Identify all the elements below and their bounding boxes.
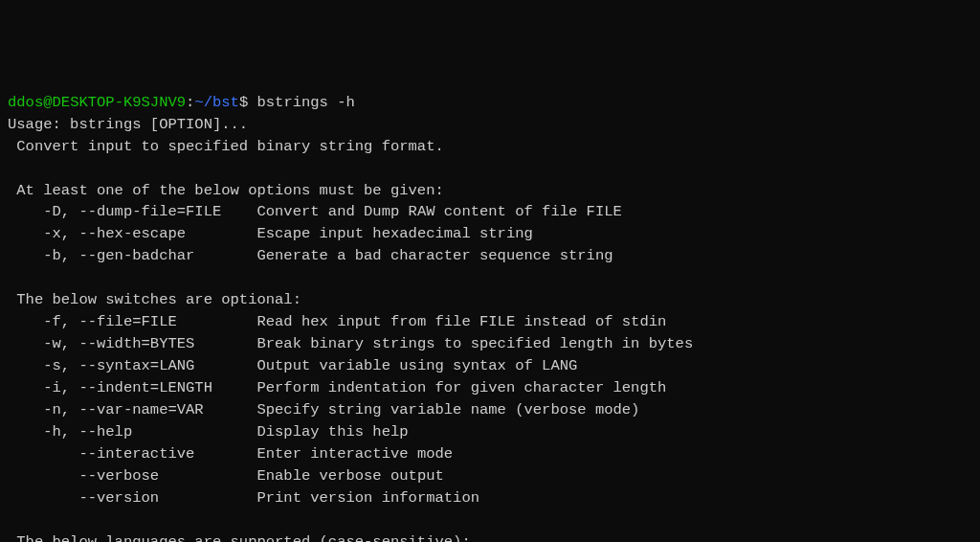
prompt-host: DESKTOP-K9SJNV9 [53, 94, 187, 111]
option-desc: Convert and Dump RAW content of file FIL… [256, 203, 621, 220]
option-flag: -h, --help [8, 423, 256, 440]
option-row: -f, --file=FILE Read hex input from file… [8, 313, 666, 330]
option-row: --interactive Enter interactive mode [8, 445, 453, 463]
option-flag: -w, --width=BYTES [8, 335, 256, 352]
prompt-user: ddos [8, 94, 43, 111]
option-flag: -n, --var-name=VAR [8, 401, 256, 418]
option-flag: --version [8, 489, 256, 507]
prompt-dollar: $ [239, 94, 248, 111]
prompt-colon: : [186, 94, 194, 111]
usage-line: Usage: bstrings [OPTION]... [8, 116, 248, 133]
option-row: -i, --indent=LENGTH Perform indentation … [8, 379, 666, 396]
option-flag: -f, --file=FILE [8, 313, 256, 330]
option-desc: Specify string variable name (verbose mo… [256, 401, 639, 418]
option-desc: Enter interactive mode [256, 445, 453, 463]
option-flag: -x, --hex-escape [8, 225, 256, 242]
option-desc: Escape input hexadecimal string [256, 225, 532, 242]
option-row: -b, --gen-badchar Generate a bad charact… [8, 247, 613, 264]
option-desc: Enable verbose output [256, 467, 443, 485]
option-flag: -s, --syntax=LANG [8, 357, 256, 374]
option-row: --verbose Enable verbose output [8, 467, 444, 485]
option-row: --version Print version information [8, 489, 479, 507]
option-desc: Output variable using syntax of LANG [256, 357, 577, 374]
option-desc: Perform indentation for given character … [256, 379, 666, 396]
prompt-path: ~/bst [194, 94, 239, 111]
description-line: Convert input to specified binary string… [8, 138, 444, 155]
option-row: -n, --var-name=VAR Specify string variab… [8, 401, 639, 418]
option-row: -D, --dump-file=FILE Convert and Dump RA… [8, 203, 622, 220]
option-row: -w, --width=BYTES Break binary strings t… [8, 335, 693, 352]
section2-title: The below switches are optional: [8, 291, 301, 308]
section1-title: At least one of the below options must b… [8, 182, 444, 199]
option-flag: -b, --gen-badchar [8, 247, 256, 264]
option-desc: Break binary strings to specified length… [256, 335, 693, 352]
option-row: -h, --help Display this help [8, 423, 409, 440]
option-desc: Generate a bad character sequence string [256, 247, 612, 264]
option-desc: Print version information [256, 489, 479, 507]
option-flag: -D, --dump-file=FILE [8, 203, 256, 220]
option-row: -s, --syntax=LANG Output variable using … [8, 357, 577, 374]
prompt-command: bstrings -h [248, 94, 355, 111]
prompt-line: ddos@DESKTOP-K9SJNV9:~/bst$ bstrings -h [8, 94, 355, 111]
option-flag: -i, --indent=LENGTH [8, 379, 256, 396]
option-flag: --interactive [8, 445, 256, 463]
option-desc: Display this help [256, 423, 408, 440]
terminal-output[interactable]: ddos@DESKTOP-K9SJNV9:~/bst$ bstrings -h … [8, 92, 972, 542]
section3-title: The below languages are supported (case-… [8, 533, 471, 543]
option-desc: Read hex input from file FILE instead of… [256, 313, 666, 330]
option-row: -x, --hex-escape Escape input hexadecima… [8, 225, 533, 242]
prompt-at: @ [43, 94, 52, 111]
option-flag: --verbose [8, 467, 256, 485]
